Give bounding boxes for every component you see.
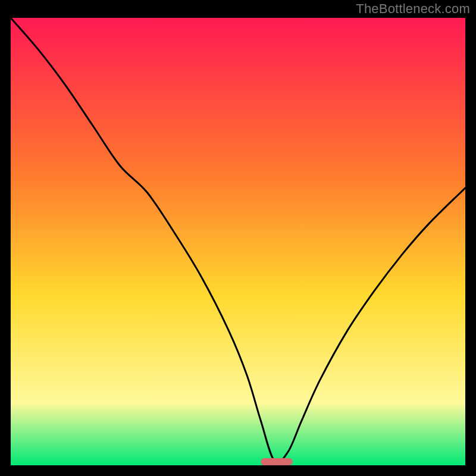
chart-frame: TheBottleneck.com [0,0,476,476]
plot-area [11,18,465,465]
gradient-background [11,18,465,465]
watermark-text: TheBottleneck.com [356,1,470,17]
bottleneck-chart-svg [11,18,465,465]
optimum-marker [261,458,293,465]
